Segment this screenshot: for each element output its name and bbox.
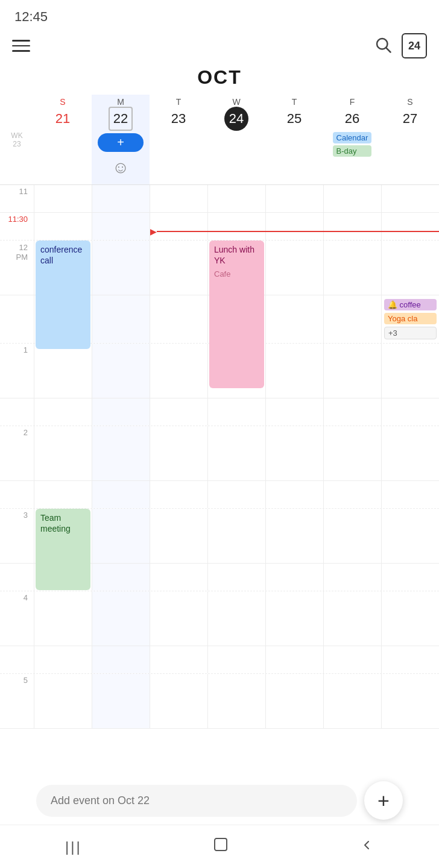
cell-wed-430[interactable] (207, 646, 265, 673)
cell-thu-130[interactable] (265, 398, 323, 426)
cell-mon-12[interactable] (92, 241, 150, 295)
cell-thu-230[interactable] (265, 481, 323, 508)
day-header-tue[interactable]: T 23 (150, 95, 207, 184)
cell-wed-12[interactable]: Lunch with YK Cafe (207, 241, 265, 295)
cell-sun-11[interactable] (34, 185, 92, 212)
cell-fri-11[interactable] (323, 185, 381, 212)
day-header-thu[interactable]: T 25 (265, 95, 323, 184)
cell-fri-1230[interactable] (323, 295, 381, 343)
cell-sat-11[interactable] (381, 185, 439, 212)
cell-sat-230[interactable] (381, 481, 439, 508)
cell-sun-12[interactable]: conference call (34, 241, 92, 295)
nav-back-button[interactable] (359, 837, 374, 857)
cell-tue-5[interactable] (150, 674, 207, 728)
cell-fri-330[interactable] (323, 564, 381, 591)
cell-sun-130[interactable] (34, 398, 92, 426)
cell-fri-2[interactable] (323, 426, 381, 480)
cell-sat-330[interactable] (381, 564, 439, 591)
coffee-event-chip[interactable]: 🔔 coffee (384, 299, 437, 310)
cell-wed-230[interactable] (207, 481, 265, 508)
cell-wed-2[interactable] (207, 426, 265, 480)
cell-mon-130[interactable] (92, 398, 150, 426)
cell-wed-3[interactable] (207, 509, 265, 563)
cell-fri-430[interactable] (323, 646, 381, 673)
cell-thu-3[interactable] (265, 509, 323, 563)
add-event-input[interactable] (36, 785, 357, 817)
cell-tue-1130[interactable]: ▶ (150, 213, 207, 240)
cell-fri-130[interactable] (323, 398, 381, 426)
cell-sat-3[interactable] (381, 509, 439, 563)
cell-tue-130[interactable] (150, 398, 207, 426)
yoga-event-chip[interactable]: Yoga cla (384, 313, 437, 324)
cell-sun-2[interactable] (34, 426, 92, 480)
cell-fri-5[interactable] (323, 674, 381, 728)
cell-wed-11[interactable] (207, 185, 265, 212)
menu-button[interactable] (12, 40, 30, 52)
cell-tue-330[interactable] (150, 564, 207, 591)
day-header-mon[interactable]: M 22 + ☺ (92, 95, 150, 184)
lunch-yk-event[interactable]: Lunch with YK Cafe (209, 241, 264, 388)
calendar-event-chip[interactable]: Calendar (333, 132, 372, 143)
conference-call-event[interactable]: conference call (36, 241, 90, 349)
cell-mon-230[interactable] (92, 481, 150, 508)
cell-fri-230[interactable] (323, 481, 381, 508)
cell-sun-1130[interactable] (34, 213, 92, 240)
cell-mon-430[interactable] (92, 646, 150, 673)
day-header-wed[interactable]: W 24 (207, 95, 265, 184)
cell-tue-3[interactable] (150, 509, 207, 563)
cell-tue-4[interactable] (150, 591, 207, 646)
cell-fri-1[interactable] (323, 344, 381, 398)
cell-thu-5[interactable] (265, 674, 323, 728)
fab-add-button[interactable]: + (364, 781, 403, 820)
cell-sat-430[interactable] (381, 646, 439, 673)
cell-sun-430[interactable] (34, 646, 92, 673)
cell-mon-2[interactable] (92, 426, 150, 480)
cell-sun-5[interactable] (34, 674, 92, 728)
cell-thu-2[interactable] (265, 426, 323, 480)
cell-wed-330[interactable] (207, 564, 265, 591)
cell-fri-12[interactable] (323, 241, 381, 295)
cell-sat-1130[interactable] (381, 213, 439, 240)
cell-tue-2[interactable] (150, 426, 207, 480)
cell-sun-3[interactable]: Team meeting (34, 509, 92, 563)
cell-mon-330[interactable] (92, 564, 150, 591)
cell-mon-5[interactable] (92, 674, 150, 728)
day-header-fri[interactable]: F 26 Calendar B-day (323, 95, 381, 184)
cell-tue-11[interactable] (150, 185, 207, 212)
cell-sun-230[interactable] (34, 481, 92, 508)
cell-tue-1230[interactable] (150, 295, 207, 343)
today-button[interactable]: 24 (402, 33, 427, 58)
cell-sat-1230[interactable]: 🔔 coffee Yoga cla +3 (381, 295, 439, 343)
cell-wed-130[interactable] (207, 398, 265, 426)
cell-thu-1230[interactable] (265, 295, 323, 343)
cell-thu-4[interactable] (265, 591, 323, 646)
cell-mon-1230[interactable] (92, 295, 150, 343)
cell-fri-1130[interactable] (323, 213, 381, 240)
cell-thu-330[interactable] (265, 564, 323, 591)
add-event-chip[interactable]: + (98, 133, 144, 152)
cell-sun-1[interactable] (34, 344, 92, 398)
team-meeting-event[interactable]: Team meeting (36, 509, 90, 590)
cell-fri-3[interactable] (323, 509, 381, 563)
nav-home-button[interactable] (212, 836, 229, 857)
cell-mon-3[interactable] (92, 509, 150, 563)
cell-thu-11[interactable] (265, 185, 323, 212)
cell-sun-4[interactable] (34, 591, 92, 646)
cell-mon-11[interactable] (92, 185, 150, 212)
cell-thu-1130[interactable] (265, 213, 323, 240)
cell-tue-12[interactable] (150, 241, 207, 295)
day-header-sun[interactable]: S 21 (34, 95, 92, 184)
bday-event-chip[interactable]: B-day (333, 145, 372, 157)
cell-thu-430[interactable] (265, 646, 323, 673)
cell-thu-12[interactable] (265, 241, 323, 295)
cell-wed-5[interactable] (207, 674, 265, 728)
cell-sat-130[interactable] (381, 398, 439, 426)
cell-tue-430[interactable] (150, 646, 207, 673)
cell-mon-4[interactable] (92, 591, 150, 646)
day-header-sat[interactable]: S 27 (381, 95, 439, 184)
cell-thu-1[interactable] (265, 344, 323, 398)
search-button[interactable] (374, 36, 392, 56)
cell-mon-1[interactable] (92, 344, 150, 398)
cell-wed-4[interactable] (207, 591, 265, 646)
nav-recents-button[interactable]: ||| (65, 838, 82, 855)
